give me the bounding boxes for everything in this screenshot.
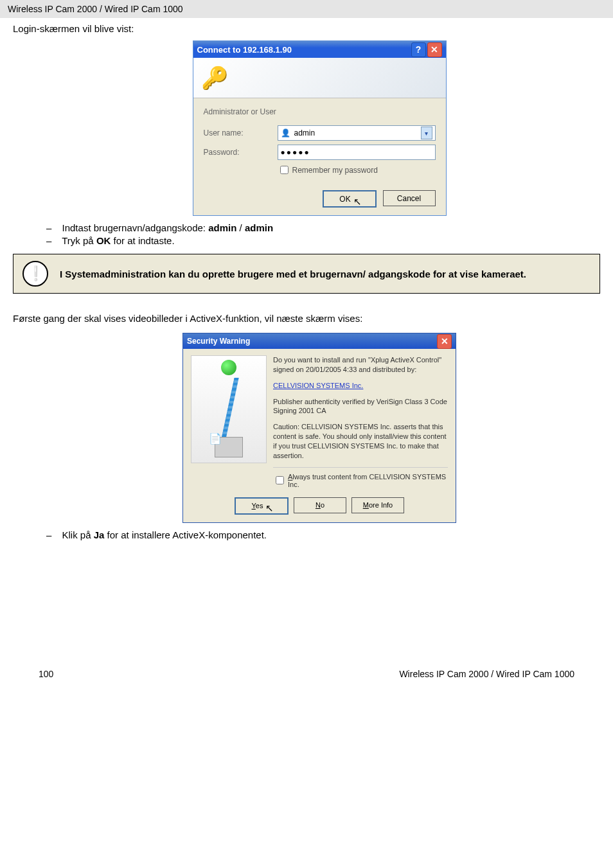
cancel-button[interactable]: Cancel: [383, 190, 436, 206]
security-title-text: Security Warning: [187, 337, 250, 346]
security-question: Do you want to install and run "Xplug Ac…: [273, 355, 448, 375]
username-value: admin: [294, 128, 315, 137]
list-item: Klik på Ja for at installere ActiveX-kom…: [64, 529, 600, 540]
paragraph-2: Første gang der skal vises videobilleder…: [13, 313, 600, 324]
instruction-list-1: Indtast brugernavn/adgangskode: admin / …: [64, 222, 600, 246]
connect-title-text: Connect to 192.168.1.90: [197, 45, 292, 55]
connect-titlebar: Connect to 192.168.1.90 ? ✕: [193, 41, 446, 58]
connect-banner: 🔑: [193, 58, 446, 98]
password-value: ●●●●●: [281, 148, 310, 157]
username-label: User name:: [204, 128, 278, 137]
document-header: Wireless IP Cam 2000 / Wired IP Cam 1000: [0, 0, 613, 18]
keys-icon: 🔑: [201, 65, 228, 91]
note-box: ❕ I Systemadministration kan du oprette …: [13, 254, 600, 294]
security-titlebar: Security Warning ✕: [183, 333, 456, 349]
cursor-icon: ↖: [353, 196, 362, 208]
username-dropdown-icon[interactable]: ▾: [421, 127, 432, 139]
security-warning-dialog: Security Warning ✕ Do you want to instal…: [182, 333, 456, 523]
password-label: Password:: [204, 148, 278, 157]
always-trust-label: Always trust content from CELLVISION SYS…: [288, 473, 448, 488]
yes-button[interactable]: Yes ↖: [235, 497, 289, 515]
note-text: I Systemadministration kan du oprette br…: [60, 269, 526, 279]
remember-label: Remember my password: [292, 166, 378, 175]
close-button[interactable]: ✕: [427, 42, 442, 57]
password-field[interactable]: ●●●●●: [278, 145, 436, 160]
no-button[interactable]: No: [294, 497, 346, 513]
help-button[interactable]: ?: [411, 42, 426, 57]
connect-dialog: Connect to 192.168.1.90 ? ✕ 🔑 Administra…: [193, 40, 447, 216]
computer-icon: [215, 437, 243, 457]
page-number: 100: [39, 669, 53, 679]
ok-button[interactable]: OK ↖: [323, 190, 377, 208]
intro-text: Login-skærmen vil blive vist:: [13, 23, 600, 34]
security-artwork: [191, 355, 267, 463]
instruction-list-2: Klik på Ja for at installere ActiveX-kom…: [64, 529, 600, 540]
cursor-icon: ↖: [265, 502, 274, 514]
security-verified: Publisher authenticity verified by VeriS…: [273, 397, 448, 416]
list-item: Indtast brugernavn/adgangskode: admin / …: [64, 222, 600, 233]
globe-icon: [221, 360, 236, 375]
security-caution: Caution: CELLVISION SYSTEMS Inc. asserts…: [273, 422, 448, 460]
username-field[interactable]: 👤 admin ▾: [278, 125, 436, 141]
list-item: Tryk på OK for at indtaste.: [64, 235, 600, 246]
always-trust-checkbox[interactable]: [276, 476, 284, 484]
publisher-link[interactable]: CELLVISION SYSTEMS Inc.: [273, 382, 363, 389]
header-title: Wireless IP Cam 2000 / Wired IP Cam 1000: [8, 4, 183, 14]
footer-title: Wireless IP Cam 2000 / Wired IP Cam 1000: [399, 669, 574, 679]
note-icon: ❕: [22, 261, 48, 287]
more-info-button[interactable]: More Info: [351, 497, 404, 513]
close-button[interactable]: ✕: [437, 334, 452, 349]
remember-checkbox[interactable]: [280, 166, 289, 174]
user-icon: 👤: [281, 128, 290, 137]
connect-heading: Administrator or User: [204, 107, 436, 116]
